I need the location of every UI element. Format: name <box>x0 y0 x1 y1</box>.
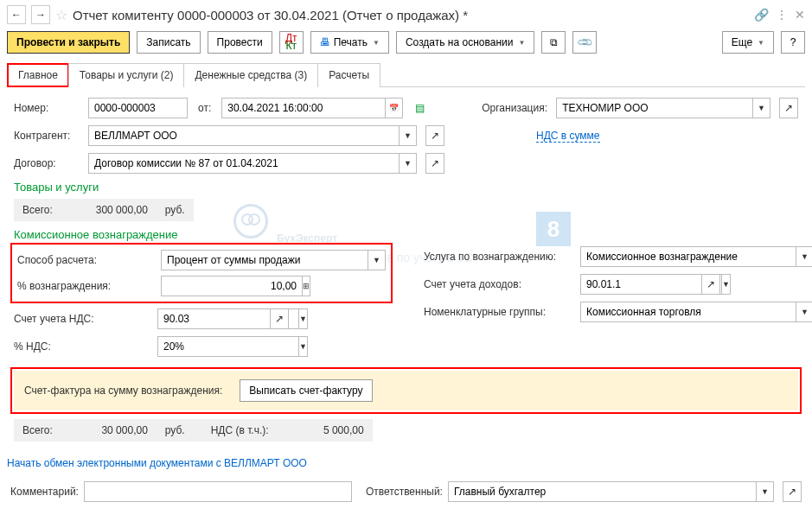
footer-total-label: Всего: <box>22 424 53 436</box>
footer-vat-label: НДС (в т.ч.): <box>211 424 269 436</box>
service-dropdown-icon[interactable]: ▼ <box>796 246 812 267</box>
paperclip-icon: 📎 <box>576 34 594 52</box>
printer-icon: 🖶 <box>320 36 330 48</box>
commission-section-header: Комиссионное вознаграждение <box>14 228 798 241</box>
invoice-label: Счет-фактура на сумму вознаграждения: <box>24 385 222 397</box>
contract-open-button[interactable]: ↗ <box>425 153 444 174</box>
date-input[interactable] <box>221 98 386 118</box>
footer-vat-value: 5 000,00 <box>286 424 364 436</box>
percent-label: % вознаграждения: <box>17 280 156 292</box>
goods-total-label: Всего: <box>22 204 53 216</box>
method-dropdown-icon[interactable]: ▼ <box>368 250 386 270</box>
write-button[interactable]: Записать <box>137 31 200 54</box>
structure-button[interactable]: ⧉ <box>541 31 566 54</box>
vat-pct-label: % НДС: <box>14 340 152 353</box>
tab-main[interactable]: Главное <box>7 63 69 87</box>
from-label: от: <box>198 102 211 114</box>
calendar-icon[interactable]: 📅 <box>386 98 403 118</box>
vat-pct-dropdown-icon[interactable]: ▼ <box>299 336 308 357</box>
edo-link[interactable]: Начать обмен электронными документами с … <box>7 457 307 469</box>
income-acc-dropdown-icon[interactable]: ▼ <box>722 274 731 295</box>
nomen-dropdown-icon[interactable]: ▼ <box>796 302 812 322</box>
footer-total-value: 30 000,00 <box>70 424 148 436</box>
print-button[interactable]: 🖶 Печать ▼ <box>310 31 389 54</box>
tab-goods[interactable]: Товары и услуги (2) <box>68 63 185 87</box>
contract-input[interactable] <box>88 153 400 174</box>
org-dropdown-icon[interactable]: ▼ <box>753 98 770 118</box>
dt-kt-button[interactable]: ДтКт <box>279 31 304 54</box>
responsible-dropdown-icon[interactable]: ▼ <box>757 481 774 502</box>
counterparty-label: Контрагент: <box>14 130 83 142</box>
counterparty-input[interactable] <box>88 125 400 146</box>
responsible-input[interactable] <box>448 481 757 502</box>
nav-back-button[interactable]: ← <box>7 5 26 24</box>
org-label: Организация: <box>482 102 551 114</box>
post-and-close-button[interactable]: Провести и закрыть <box>7 31 130 54</box>
service-input[interactable] <box>580 246 796 267</box>
status-icon[interactable]: ▤ <box>415 102 425 114</box>
nav-forward-button[interactable]: → <box>31 5 50 24</box>
tab-calc[interactable]: Расчеты <box>317 63 380 87</box>
goods-section-header: Товары и услуги <box>14 181 798 194</box>
responsible-label: Ответственный: <box>366 486 443 498</box>
post-button[interactable]: Провести <box>208 31 272 54</box>
create-based-button[interactable]: Создать на основании ▼ <box>396 31 534 54</box>
footer-currency: руб. <box>165 424 185 436</box>
more-button[interactable]: Еще ▼ <box>722 31 774 54</box>
contract-dropdown-icon[interactable]: ▼ <box>400 153 417 174</box>
method-label: Способ расчета: <box>17 254 156 266</box>
income-acc-label: Счет учета доходов: <box>424 278 575 290</box>
number-input[interactable] <box>88 98 188 118</box>
contract-label: Договор: <box>14 157 83 169</box>
vat-acc-open-button[interactable]: ↗ <box>270 308 289 329</box>
number-label: Номер: <box>14 102 83 114</box>
vat-mode-link[interactable]: НДС в сумме <box>536 130 600 143</box>
goods-total-value: 300 000,00 <box>70 204 148 216</box>
link-icon[interactable]: 🔗 <box>754 8 769 22</box>
percent-input[interactable] <box>161 276 303 296</box>
nomen-input[interactable] <box>580 302 796 322</box>
percent-calc-icon[interactable]: ⊞ <box>303 276 310 296</box>
method-input[interactable] <box>161 250 368 270</box>
org-input[interactable] <box>556 98 753 118</box>
service-label: Услуга по вознаграждению: <box>424 251 575 263</box>
vat-pct-input[interactable] <box>157 336 299 357</box>
nomen-label: Номенклатурные группы: <box>424 306 575 318</box>
comment-label: Комментарий: <box>10 486 79 498</box>
menu-dots-icon[interactable]: ⋮ <box>776 8 788 22</box>
income-acc-open-button[interactable]: ↗ <box>701 274 720 295</box>
vat-acc-dropdown-icon[interactable]: ▼ <box>299 308 308 329</box>
help-button[interactable]: ? <box>781 31 805 54</box>
counterparty-open-button[interactable]: ↗ <box>425 125 444 146</box>
comment-input[interactable] <box>84 481 352 502</box>
org-open-button[interactable]: ↗ <box>779 98 798 118</box>
window-title: Отчет комитенту 0000-000003 от 30.04.202… <box>73 8 749 22</box>
attachment-button[interactable]: 📎 <box>572 31 597 54</box>
close-icon[interactable]: ✕ <box>795 8 805 22</box>
write-invoice-button[interactable]: Выписать счет-фактуру <box>240 379 372 402</box>
tab-money[interactable]: Денежные средства (3) <box>183 63 318 87</box>
counterparty-dropdown-icon[interactable]: ▼ <box>400 125 417 146</box>
responsible-open-button[interactable]: ↗ <box>783 481 802 502</box>
vat-acc-label: Счет учета НДС: <box>14 313 152 325</box>
goods-currency: руб. <box>165 204 185 216</box>
favorite-star-icon[interactable]: ☆ <box>55 7 67 23</box>
